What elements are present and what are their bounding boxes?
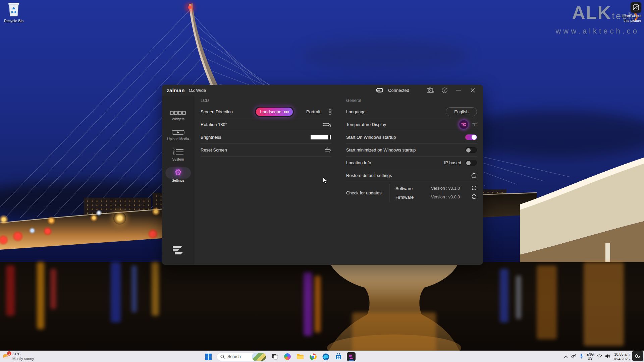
recycle-bin-shortcut[interactable]: Recycle Bin xyxy=(2,2,25,23)
language-select-button[interactable]: English xyxy=(446,107,477,116)
landscape-orientation-icon xyxy=(284,111,289,113)
app-model-name: OZ Wide xyxy=(189,88,206,93)
watermark-overlay-icon xyxy=(632,351,643,361)
restore-defaults-button[interactable] xyxy=(471,173,477,179)
landscape-option[interactable]: Landscape xyxy=(256,108,293,116)
screenshot-warning-icon[interactable] xyxy=(425,86,436,95)
sidebar-label: Widgets xyxy=(162,117,194,121)
tray-wifi-icon[interactable] xyxy=(597,354,602,360)
tray-volume-icon[interactable] xyxy=(605,354,610,360)
start-on-windows-label: Start On Windows startup xyxy=(346,135,396,140)
titlebar[interactable]: zalman OZ Wide Connected xyxy=(162,85,483,96)
search-icon xyxy=(220,355,225,359)
temperature-label: Temperature Display xyxy=(346,122,386,127)
spotlight-picture-icon[interactable] xyxy=(631,2,641,13)
sidebar: Widgets Upload Media xyxy=(162,96,194,265)
location-info-row: Location Info IP based xyxy=(346,157,477,169)
firmware-update-button[interactable] xyxy=(471,194,477,201)
notification-badge: 1 xyxy=(7,351,11,356)
rotation-180-button[interactable] xyxy=(323,122,331,127)
watermark-url: www.alktech.co xyxy=(555,27,639,36)
firmware-update-row: Firmware Version : v3.0.0 xyxy=(395,193,477,201)
tray-language: ENG xyxy=(586,353,594,357)
lcd-header: LCD xyxy=(201,98,331,106)
search-placeholder: Search xyxy=(227,354,252,359)
active-app-indicator xyxy=(348,360,354,361)
start-minimized-toggle[interactable] xyxy=(465,147,477,153)
restore-defaults-row: Restore default settings xyxy=(346,169,477,182)
check-updates-block: Check for updates Software Version : v3.… xyxy=(346,182,477,203)
tray-language-indicator[interactable]: ENG US xyxy=(586,353,594,361)
sidebar-item-widgets[interactable]: Widgets xyxy=(162,111,194,121)
weather-condition: Mostly sunny xyxy=(12,357,34,361)
help-icon[interactable]: ? xyxy=(439,86,450,95)
chrome-icon[interactable] xyxy=(309,352,317,361)
spotlight-text-line2: this picture xyxy=(604,18,641,23)
software-update-button[interactable] xyxy=(471,185,477,192)
landscape-label: Landscape xyxy=(260,109,281,114)
file-explorer-icon[interactable] xyxy=(296,352,305,361)
recycle-bin-label: Recycle Bin xyxy=(2,19,25,23)
sidebar-item-settings[interactable]: ⚙ Settings xyxy=(162,168,194,182)
system-icon xyxy=(162,148,194,155)
software-version: Version : v3.1.0 xyxy=(431,186,460,191)
search-box[interactable]: Search xyxy=(217,353,266,361)
upload-media-icon xyxy=(162,130,194,135)
restore-defaults-label: Restore default settings xyxy=(346,173,392,178)
firmware-label: Firmware xyxy=(395,195,431,200)
brightness-row: Brightness xyxy=(201,131,331,144)
location-toggle[interactable] xyxy=(465,160,477,166)
zalman-app-window: zalman OZ Wide Connected xyxy=(162,85,483,265)
brightness-slider[interactable] xyxy=(311,135,331,139)
firmware-version: Version : v3.0.0 xyxy=(431,195,460,199)
lcd-section: LCD Screen Direction Landscape Portrait … xyxy=(201,98,331,157)
software-update-row: Software Version : v3.1.0 xyxy=(395,184,477,193)
taskbar: 1 31°C Mostly sunny Search xyxy=(0,351,644,362)
check-updates-label: Check for updates xyxy=(346,182,389,203)
mast-beacon-light xyxy=(187,5,193,10)
desktop: Recycle Bin ALK tech ❯ www.alktech.co Le… xyxy=(0,0,644,362)
screen-direction-label: Screen Direction xyxy=(201,109,233,114)
svg-text:?: ? xyxy=(443,88,445,92)
reset-screen-button[interactable] xyxy=(324,147,331,153)
software-label: Software xyxy=(395,186,431,191)
tray-clock[interactable]: 10:55 am 18/4/2025 xyxy=(613,352,630,362)
connection-status: Connected xyxy=(388,88,409,93)
fahrenheit-option[interactable]: °F xyxy=(472,122,477,127)
spotlight-widget[interactable]: Learn about this picture xyxy=(604,2,641,23)
portrait-orientation-icon[interactable] xyxy=(329,109,331,115)
spotlight-text-line1: Learn about xyxy=(604,14,641,18)
zalman-z-logo xyxy=(172,246,183,256)
copilot-icon[interactable] xyxy=(283,352,292,361)
language-label: Language xyxy=(346,109,366,114)
screen-direction-row: Screen Direction Landscape Portrait xyxy=(201,106,331,118)
tray-chevron-icon[interactable] xyxy=(564,354,568,360)
celsius-option[interactable]: °C xyxy=(459,120,468,129)
weather-sun-icon: 1 xyxy=(2,353,10,361)
microsoft-store-icon[interactable] xyxy=(334,352,343,361)
portrait-option[interactable]: Portrait xyxy=(306,109,320,114)
start-button[interactable] xyxy=(204,352,213,361)
start-on-windows-row: Start On Windows startup xyxy=(346,131,477,144)
weather-widget[interactable]: 1 31°C Mostly sunny xyxy=(2,351,34,362)
app-brand-logo: zalman xyxy=(167,87,185,93)
tray-microphone-icon[interactable] xyxy=(580,354,583,360)
edge-icon[interactable] xyxy=(321,352,330,361)
sidebar-label: System xyxy=(162,157,194,161)
sidebar-item-system[interactable]: System xyxy=(162,148,194,161)
zalman-app-taskbar-icon[interactable] xyxy=(347,352,356,361)
tray-eye-hidden-icon[interactable] xyxy=(571,354,577,360)
close-button[interactable] xyxy=(467,86,478,95)
sidebar-item-upload-media[interactable]: Upload Media xyxy=(162,130,194,141)
brightness-label: Brightness xyxy=(201,135,221,140)
location-info-label: Location Info xyxy=(346,160,371,165)
task-view-button[interactable] xyxy=(270,352,279,361)
weather-temp: 31°C xyxy=(12,352,34,357)
recycle-bin-icon xyxy=(7,2,20,17)
rotation-row: Rotation 180° xyxy=(201,118,331,131)
start-on-windows-toggle[interactable] xyxy=(465,134,477,140)
minimize-button[interactable] xyxy=(453,86,464,95)
general-header: General xyxy=(346,98,477,106)
bridge-ramp xyxy=(520,154,644,275)
reset-screen-row: Reset Screen xyxy=(201,144,331,157)
